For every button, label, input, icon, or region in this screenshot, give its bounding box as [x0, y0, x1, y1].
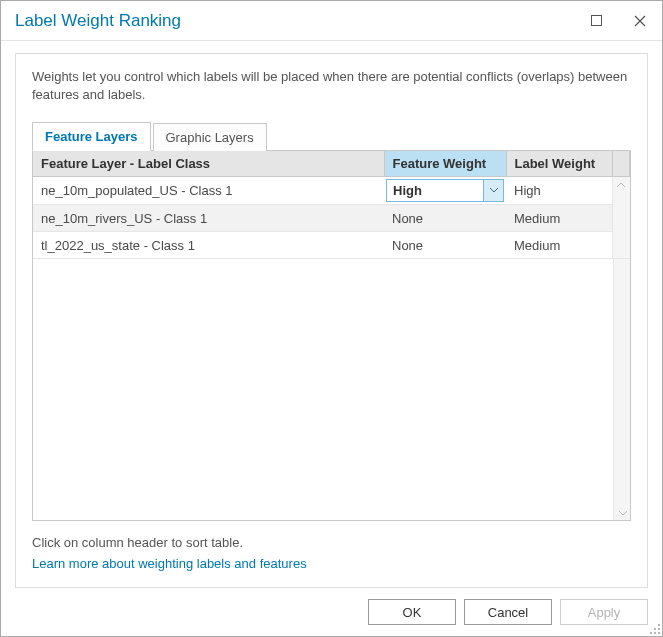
- ok-button[interactable]: OK: [368, 599, 456, 625]
- svg-rect-0: [591, 16, 601, 26]
- scroll-up-arrow[interactable]: [613, 177, 630, 191]
- tab-feature-layers[interactable]: Feature Layers: [32, 122, 151, 151]
- dialog-footer: OK Cancel Apply: [1, 588, 662, 636]
- tab-label: Feature Layers: [45, 129, 138, 144]
- dialog-window: Label Weight Ranking Weights let you con…: [0, 0, 663, 637]
- dropdown-value: High: [387, 180, 483, 201]
- scrollbar-header: [612, 151, 630, 177]
- column-header-layer[interactable]: Feature Layer - Label Class: [33, 151, 384, 177]
- inner-panel: Weights let you control which labels wil…: [15, 53, 648, 588]
- cancel-button[interactable]: Cancel: [464, 599, 552, 625]
- maximize-button[interactable]: [574, 2, 618, 40]
- column-header-feature-weight[interactable]: Feature Weight: [384, 151, 506, 177]
- table-row[interactable]: ne_10m_populated_US - Class 1 High High: [33, 177, 630, 205]
- table-header-row: Feature Layer - Label Class Feature Weig…: [33, 151, 630, 177]
- apply-button: Apply: [560, 599, 648, 625]
- weights-table: Feature Layer - Label Class Feature Weig…: [32, 150, 631, 521]
- resize-grip[interactable]: [648, 622, 660, 634]
- cell-feature-weight: None: [384, 232, 506, 259]
- table-empty-area: [33, 259, 630, 520]
- cell-label-weight: Medium: [506, 232, 612, 259]
- learn-more-link[interactable]: Learn more about weighting labels and fe…: [32, 556, 631, 571]
- table-row[interactable]: tl_2022_us_state - Class 1 None Medium: [33, 232, 630, 259]
- tab-strip: Feature Layers Graphic Layers: [32, 122, 631, 151]
- scroll-down-arrow[interactable]: [614, 506, 631, 520]
- column-header-label-weight[interactable]: Label Weight: [506, 151, 612, 177]
- titlebar: Label Weight Ranking: [1, 1, 662, 41]
- cell-feature-weight[interactable]: High: [384, 177, 506, 205]
- tab-graphic-layers[interactable]: Graphic Layers: [153, 123, 267, 151]
- cell-label-weight: High: [506, 177, 612, 205]
- cell-layer: tl_2022_us_state - Class 1: [33, 232, 384, 259]
- cell-layer: ne_10m_rivers_US - Class 1: [33, 205, 384, 232]
- scrollbar-track[interactable]: [612, 177, 630, 259]
- dropdown-arrow-button[interactable]: [483, 180, 503, 201]
- cell-layer: ne_10m_populated_US - Class 1: [33, 177, 384, 205]
- cell-label-weight: Medium: [506, 205, 612, 232]
- sort-hint-text: Click on column header to sort table.: [32, 535, 631, 550]
- close-button[interactable]: [618, 2, 662, 40]
- table-row[interactable]: ne_10m_rivers_US - Class 1 None Medium: [33, 205, 630, 232]
- feature-weight-dropdown[interactable]: High: [386, 179, 504, 202]
- intro-text: Weights let you control which labels wil…: [32, 68, 631, 104]
- cell-feature-weight: None: [384, 205, 506, 232]
- tab-label: Graphic Layers: [166, 130, 254, 145]
- content-area: Weights let you control which labels wil…: [1, 41, 662, 588]
- window-title: Label Weight Ranking: [15, 11, 574, 31]
